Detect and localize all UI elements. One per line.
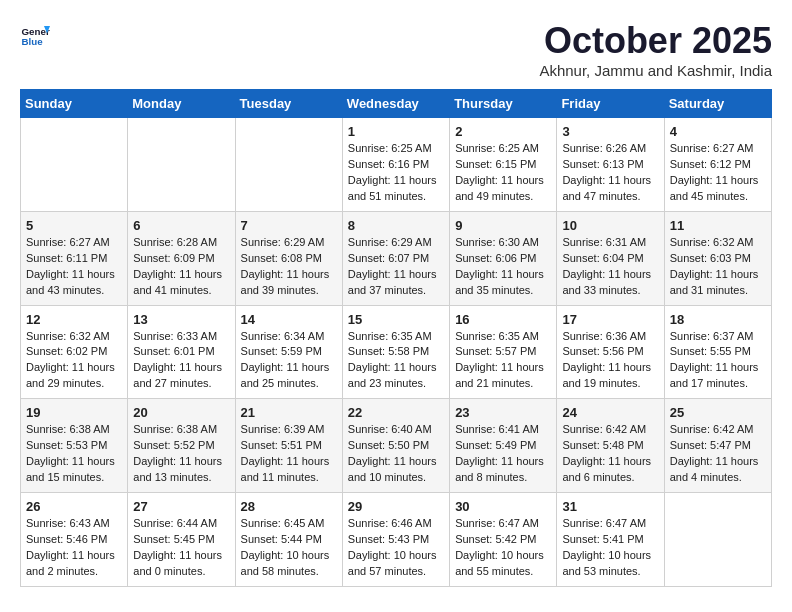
day-number: 17: [562, 312, 658, 327]
sunset-text: Sunset: 5:59 PM: [241, 345, 322, 357]
sunrise-text: Sunrise: 6:36 AM: [562, 330, 646, 342]
calendar-cell: 8Sunrise: 6:29 AMSunset: 6:07 PMDaylight…: [342, 211, 449, 305]
sunrise-text: Sunrise: 6:34 AM: [241, 330, 325, 342]
sunset-text: Sunset: 5:51 PM: [241, 439, 322, 451]
daylight-text: Daylight: 11 hours and 17 minutes.: [670, 361, 759, 389]
sunrise-text: Sunrise: 6:27 AM: [670, 142, 754, 154]
day-number: 10: [562, 218, 658, 233]
calendar-cell: 28Sunrise: 6:45 AMSunset: 5:44 PMDayligh…: [235, 493, 342, 587]
sunrise-text: Sunrise: 6:42 AM: [670, 423, 754, 435]
daylight-text: Daylight: 11 hours and 43 minutes.: [26, 268, 115, 296]
day-number: 31: [562, 499, 658, 514]
calendar-cell: 18Sunrise: 6:37 AMSunset: 5:55 PMDayligh…: [664, 305, 771, 399]
day-number: 20: [133, 405, 229, 420]
daylight-text: Daylight: 11 hours and 4 minutes.: [670, 455, 759, 483]
daylight-text: Daylight: 11 hours and 27 minutes.: [133, 361, 222, 389]
sunset-text: Sunset: 6:08 PM: [241, 252, 322, 264]
calendar-cell: 16Sunrise: 6:35 AMSunset: 5:57 PMDayligh…: [450, 305, 557, 399]
sunrise-text: Sunrise: 6:32 AM: [670, 236, 754, 248]
daylight-text: Daylight: 11 hours and 25 minutes.: [241, 361, 330, 389]
sunrise-text: Sunrise: 6:39 AM: [241, 423, 325, 435]
day-number: 11: [670, 218, 766, 233]
sunset-text: Sunset: 6:09 PM: [133, 252, 214, 264]
sunrise-text: Sunrise: 6:28 AM: [133, 236, 217, 248]
calendar-cell: 7Sunrise: 6:29 AMSunset: 6:08 PMDaylight…: [235, 211, 342, 305]
sunrise-text: Sunrise: 6:30 AM: [455, 236, 539, 248]
sunset-text: Sunset: 5:42 PM: [455, 533, 536, 545]
sunset-text: Sunset: 5:53 PM: [26, 439, 107, 451]
sunrise-text: Sunrise: 6:35 AM: [455, 330, 539, 342]
calendar-table: SundayMondayTuesdayWednesdayThursdayFrid…: [20, 89, 772, 587]
sunset-text: Sunset: 5:58 PM: [348, 345, 429, 357]
daylight-text: Daylight: 11 hours and 21 minutes.: [455, 361, 544, 389]
sunset-text: Sunset: 5:41 PM: [562, 533, 643, 545]
sunrise-text: Sunrise: 6:46 AM: [348, 517, 432, 529]
sunrise-text: Sunrise: 6:33 AM: [133, 330, 217, 342]
calendar-cell: 3Sunrise: 6:26 AMSunset: 6:13 PMDaylight…: [557, 118, 664, 212]
day-number: 5: [26, 218, 122, 233]
day-number: 26: [26, 499, 122, 514]
sunset-text: Sunset: 6:12 PM: [670, 158, 751, 170]
calendar-week: 19Sunrise: 6:38 AMSunset: 5:53 PMDayligh…: [21, 399, 772, 493]
calendar-cell: 22Sunrise: 6:40 AMSunset: 5:50 PMDayligh…: [342, 399, 449, 493]
calendar-cell: 1Sunrise: 6:25 AMSunset: 6:16 PMDaylight…: [342, 118, 449, 212]
calendar-cell: [128, 118, 235, 212]
sunrise-text: Sunrise: 6:47 AM: [455, 517, 539, 529]
sunset-text: Sunset: 6:03 PM: [670, 252, 751, 264]
sunrise-text: Sunrise: 6:25 AM: [455, 142, 539, 154]
calendar-cell: 24Sunrise: 6:42 AMSunset: 5:48 PMDayligh…: [557, 399, 664, 493]
sunset-text: Sunset: 5:55 PM: [670, 345, 751, 357]
daylight-text: Daylight: 11 hours and 0 minutes.: [133, 549, 222, 577]
sunrise-text: Sunrise: 6:38 AM: [26, 423, 110, 435]
sunset-text: Sunset: 6:15 PM: [455, 158, 536, 170]
day-number: 12: [26, 312, 122, 327]
calendar-cell: 11Sunrise: 6:32 AMSunset: 6:03 PMDayligh…: [664, 211, 771, 305]
daylight-text: Daylight: 11 hours and 29 minutes.: [26, 361, 115, 389]
sunset-text: Sunset: 6:04 PM: [562, 252, 643, 264]
sunrise-text: Sunrise: 6:41 AM: [455, 423, 539, 435]
sunset-text: Sunset: 6:16 PM: [348, 158, 429, 170]
header-day: Wednesday: [342, 90, 449, 118]
sunrise-text: Sunrise: 6:37 AM: [670, 330, 754, 342]
logo-icon: General Blue: [20, 20, 50, 50]
calendar-week: 5Sunrise: 6:27 AMSunset: 6:11 PMDaylight…: [21, 211, 772, 305]
day-number: 18: [670, 312, 766, 327]
daylight-text: Daylight: 11 hours and 45 minutes.: [670, 174, 759, 202]
logo: General Blue: [20, 20, 50, 50]
daylight-text: Daylight: 10 hours and 57 minutes.: [348, 549, 437, 577]
calendar-cell: 19Sunrise: 6:38 AMSunset: 5:53 PMDayligh…: [21, 399, 128, 493]
daylight-text: Daylight: 11 hours and 39 minutes.: [241, 268, 330, 296]
calendar-cell: 4Sunrise: 6:27 AMSunset: 6:12 PMDaylight…: [664, 118, 771, 212]
sunset-text: Sunset: 5:57 PM: [455, 345, 536, 357]
daylight-text: Daylight: 11 hours and 33 minutes.: [562, 268, 651, 296]
day-number: 23: [455, 405, 551, 420]
sunrise-text: Sunrise: 6:25 AM: [348, 142, 432, 154]
sunrise-text: Sunrise: 6:35 AM: [348, 330, 432, 342]
day-number: 16: [455, 312, 551, 327]
sunset-text: Sunset: 5:49 PM: [455, 439, 536, 451]
day-number: 19: [26, 405, 122, 420]
page-header: General Blue October 2025 Akhnur, Jammu …: [20, 20, 772, 79]
calendar-cell: 9Sunrise: 6:30 AMSunset: 6:06 PMDaylight…: [450, 211, 557, 305]
calendar-cell: 23Sunrise: 6:41 AMSunset: 5:49 PMDayligh…: [450, 399, 557, 493]
calendar-cell: 29Sunrise: 6:46 AMSunset: 5:43 PMDayligh…: [342, 493, 449, 587]
sunrise-text: Sunrise: 6:42 AM: [562, 423, 646, 435]
calendar-cell: 26Sunrise: 6:43 AMSunset: 5:46 PMDayligh…: [21, 493, 128, 587]
sunset-text: Sunset: 5:44 PM: [241, 533, 322, 545]
day-number: 27: [133, 499, 229, 514]
calendar-cell: 13Sunrise: 6:33 AMSunset: 6:01 PMDayligh…: [128, 305, 235, 399]
daylight-text: Daylight: 10 hours and 53 minutes.: [562, 549, 651, 577]
daylight-text: Daylight: 11 hours and 51 minutes.: [348, 174, 437, 202]
day-number: 25: [670, 405, 766, 420]
daylight-text: Daylight: 11 hours and 13 minutes.: [133, 455, 222, 483]
sunset-text: Sunset: 6:06 PM: [455, 252, 536, 264]
calendar-cell: [21, 118, 128, 212]
sunset-text: Sunset: 5:46 PM: [26, 533, 107, 545]
day-number: 28: [241, 499, 337, 514]
calendar-week: 12Sunrise: 6:32 AMSunset: 6:02 PMDayligh…: [21, 305, 772, 399]
day-number: 3: [562, 124, 658, 139]
day-number: 4: [670, 124, 766, 139]
header-day: Friday: [557, 90, 664, 118]
daylight-text: Daylight: 10 hours and 58 minutes.: [241, 549, 330, 577]
calendar-cell: 15Sunrise: 6:35 AMSunset: 5:58 PMDayligh…: [342, 305, 449, 399]
